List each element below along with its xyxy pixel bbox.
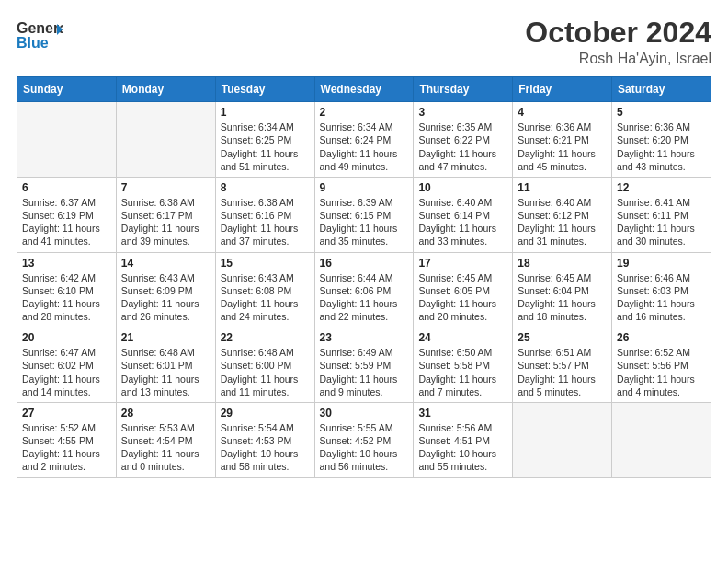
day-number: 13 xyxy=(22,257,111,270)
day-info: Sunrise: 6:38 AM Sunset: 6:17 PM Dayligh… xyxy=(121,196,210,248)
day-info: Sunrise: 6:36 AM Sunset: 6:20 PM Dayligh… xyxy=(617,121,706,173)
day-number: 28 xyxy=(121,407,210,419)
day-info: Sunrise: 6:43 AM Sunset: 6:08 PM Dayligh… xyxy=(221,271,310,324)
day-number: 14 xyxy=(121,257,210,270)
logo: General Blue xyxy=(17,17,63,53)
day-info: Sunrise: 6:50 AM Sunset: 5:58 PM Dayligh… xyxy=(418,346,507,398)
header-saturday: Saturday xyxy=(612,77,711,102)
table-row: 30Sunrise: 5:55 AM Sunset: 4:52 PM Dayli… xyxy=(314,402,414,477)
table-row: 12Sunrise: 6:41 AM Sunset: 6:11 PM Dayli… xyxy=(612,177,711,252)
day-info: Sunrise: 6:38 AM Sunset: 6:16 PM Dayligh… xyxy=(221,196,310,248)
day-number: 27 xyxy=(22,407,111,419)
table-row: 2Sunrise: 6:34 AM Sunset: 6:24 PM Daylig… xyxy=(314,102,414,178)
table-row: 3Sunrise: 6:35 AM Sunset: 6:22 PM Daylig… xyxy=(414,102,513,178)
day-info: Sunrise: 6:36 AM Sunset: 6:21 PM Dayligh… xyxy=(518,121,607,173)
day-number: 7 xyxy=(121,181,210,194)
day-info: Sunrise: 5:53 AM Sunset: 4:54 PM Dayligh… xyxy=(121,421,210,474)
day-number: 29 xyxy=(221,407,310,419)
day-info: Sunrise: 6:40 AM Sunset: 6:12 PM Dayligh… xyxy=(518,196,607,248)
calendar-week-row: 6Sunrise: 6:37 AM Sunset: 6:19 PM Daylig… xyxy=(17,177,711,252)
day-number: 23 xyxy=(320,331,409,344)
day-number: 21 xyxy=(121,331,210,344)
day-info: Sunrise: 6:41 AM Sunset: 6:11 PM Dayligh… xyxy=(617,196,706,248)
table-row: 22Sunrise: 6:48 AM Sunset: 6:00 PM Dayli… xyxy=(215,327,314,403)
table-row: 17Sunrise: 6:45 AM Sunset: 6:05 PM Dayli… xyxy=(414,252,513,327)
day-number: 26 xyxy=(617,331,706,344)
day-info: Sunrise: 5:56 AM Sunset: 4:51 PM Dayligh… xyxy=(418,421,507,474)
day-number: 4 xyxy=(518,106,607,119)
day-info: Sunrise: 5:54 AM Sunset: 4:53 PM Dayligh… xyxy=(221,421,310,474)
day-info: Sunrise: 6:46 AM Sunset: 6:03 PM Dayligh… xyxy=(617,271,706,324)
day-number: 18 xyxy=(518,257,607,270)
day-number: 25 xyxy=(518,331,607,344)
table-row: 21Sunrise: 6:48 AM Sunset: 6:01 PM Dayli… xyxy=(116,327,215,403)
header-sunday: Sunday xyxy=(17,77,117,102)
table-row: 7Sunrise: 6:38 AM Sunset: 6:17 PM Daylig… xyxy=(116,177,215,252)
table-row: 10Sunrise: 6:40 AM Sunset: 6:14 PM Dayli… xyxy=(414,177,513,252)
day-info: Sunrise: 6:37 AM Sunset: 6:19 PM Dayligh… xyxy=(22,196,111,248)
day-number: 6 xyxy=(22,181,111,194)
table-row: 15Sunrise: 6:43 AM Sunset: 6:08 PM Dayli… xyxy=(215,252,314,327)
month-year: October 2024 xyxy=(525,17,711,49)
calendar-week-row: 13Sunrise: 6:42 AM Sunset: 6:10 PM Dayli… xyxy=(17,252,711,327)
day-info: Sunrise: 6:48 AM Sunset: 6:01 PM Dayligh… xyxy=(121,346,210,398)
day-info: Sunrise: 6:35 AM Sunset: 6:22 PM Dayligh… xyxy=(418,121,507,173)
header-thursday: Thursday xyxy=(414,77,513,102)
table-row: 1Sunrise: 6:34 AM Sunset: 6:25 PM Daylig… xyxy=(215,102,314,178)
day-number: 16 xyxy=(320,257,409,270)
title-block: October 2024 Rosh Ha'Ayin, Israel xyxy=(525,17,711,67)
day-info: Sunrise: 6:44 AM Sunset: 6:06 PM Dayligh… xyxy=(320,271,409,324)
day-number: 2 xyxy=(320,106,409,119)
calendar-week-row: 20Sunrise: 6:47 AM Sunset: 6:02 PM Dayli… xyxy=(17,327,711,403)
table-row: 18Sunrise: 6:45 AM Sunset: 6:04 PM Dayli… xyxy=(513,252,612,327)
table-row: 26Sunrise: 6:52 AM Sunset: 5:56 PM Dayli… xyxy=(612,327,711,403)
calendar-week-row: 27Sunrise: 5:52 AM Sunset: 4:55 PM Dayli… xyxy=(17,402,711,477)
day-info: Sunrise: 6:39 AM Sunset: 6:15 PM Dayligh… xyxy=(320,196,409,248)
day-number: 17 xyxy=(418,257,507,270)
table-row: 31Sunrise: 5:56 AM Sunset: 4:51 PM Dayli… xyxy=(414,402,513,477)
svg-text:General: General xyxy=(17,20,63,36)
day-info: Sunrise: 6:42 AM Sunset: 6:10 PM Dayligh… xyxy=(22,271,111,324)
day-number: 8 xyxy=(221,181,310,194)
header-wednesday: Wednesday xyxy=(314,77,414,102)
table-row xyxy=(17,102,117,178)
day-info: Sunrise: 5:55 AM Sunset: 4:52 PM Dayligh… xyxy=(320,421,409,474)
day-number: 24 xyxy=(418,331,507,344)
day-info: Sunrise: 6:34 AM Sunset: 6:24 PM Dayligh… xyxy=(320,121,409,173)
page: General Blue October 2024 Rosh Ha'Ayin, … xyxy=(0,0,728,563)
day-number: 12 xyxy=(617,181,706,194)
table-row: 11Sunrise: 6:40 AM Sunset: 6:12 PM Dayli… xyxy=(513,177,612,252)
table-row: 20Sunrise: 6:47 AM Sunset: 6:02 PM Dayli… xyxy=(17,327,117,403)
table-row: 19Sunrise: 6:46 AM Sunset: 6:03 PM Dayli… xyxy=(612,252,711,327)
header: General Blue October 2024 Rosh Ha'Ayin, … xyxy=(17,17,711,67)
table-row: 27Sunrise: 5:52 AM Sunset: 4:55 PM Dayli… xyxy=(17,402,117,477)
day-number: 3 xyxy=(418,106,507,119)
day-number: 5 xyxy=(617,106,706,119)
day-number: 30 xyxy=(320,407,409,419)
table-row: 14Sunrise: 6:43 AM Sunset: 6:09 PM Dayli… xyxy=(116,252,215,327)
table-row: 8Sunrise: 6:38 AM Sunset: 6:16 PM Daylig… xyxy=(215,177,314,252)
day-info: Sunrise: 6:51 AM Sunset: 5:57 PM Dayligh… xyxy=(518,346,607,398)
day-number: 22 xyxy=(221,331,310,344)
table-row xyxy=(116,102,215,178)
day-number: 20 xyxy=(22,331,111,344)
calendar-header-row: Sunday Monday Tuesday Wednesday Thursday… xyxy=(17,77,711,102)
location: Rosh Ha'Ayin, Israel xyxy=(525,51,711,67)
table-row: 29Sunrise: 5:54 AM Sunset: 4:53 PM Dayli… xyxy=(215,402,314,477)
day-info: Sunrise: 6:40 AM Sunset: 6:14 PM Dayligh… xyxy=(418,196,507,248)
svg-text:Blue: Blue xyxy=(17,35,49,51)
table-row: 5Sunrise: 6:36 AM Sunset: 6:20 PM Daylig… xyxy=(612,102,711,178)
day-number: 19 xyxy=(617,257,706,270)
table-row: 23Sunrise: 6:49 AM Sunset: 5:59 PM Dayli… xyxy=(314,327,414,403)
table-row xyxy=(513,402,612,477)
day-number: 10 xyxy=(418,181,507,194)
day-info: Sunrise: 6:49 AM Sunset: 5:59 PM Dayligh… xyxy=(320,346,409,398)
day-number: 15 xyxy=(221,257,310,270)
day-number: 9 xyxy=(320,181,409,194)
header-tuesday: Tuesday xyxy=(215,77,314,102)
day-info: Sunrise: 6:34 AM Sunset: 6:25 PM Dayligh… xyxy=(221,121,310,173)
day-info: Sunrise: 6:52 AM Sunset: 5:56 PM Dayligh… xyxy=(617,346,706,398)
table-row: 28Sunrise: 5:53 AM Sunset: 4:54 PM Dayli… xyxy=(116,402,215,477)
calendar-week-row: 1Sunrise: 6:34 AM Sunset: 6:25 PM Daylig… xyxy=(17,102,711,178)
day-number: 11 xyxy=(518,181,607,194)
